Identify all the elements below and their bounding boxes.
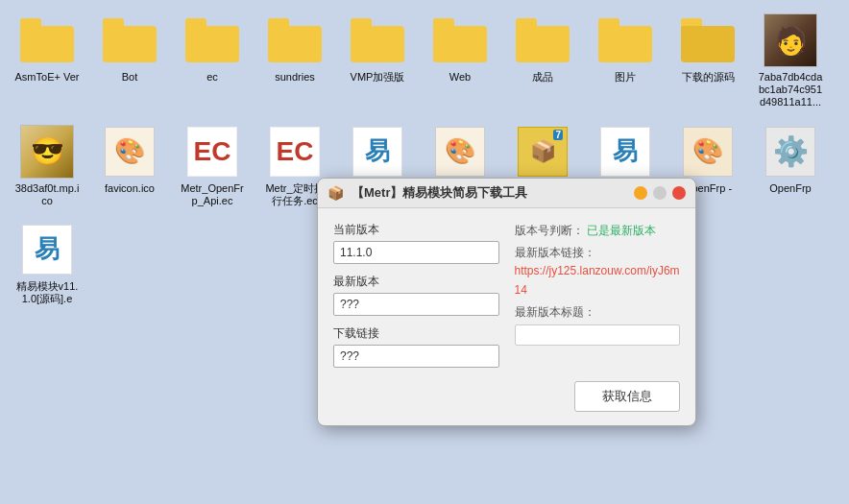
latest-version-label: 最新版本 (333, 274, 499, 290)
download-link-input[interactable] (333, 345, 499, 368)
latest-version-input[interactable] (333, 293, 499, 316)
download-link-group: 下载链接 (333, 325, 499, 368)
modal-footer: 获取信息 (318, 381, 695, 425)
fetch-info-button[interactable]: 获取信息 (574, 381, 680, 412)
download-link-label: 下载链接 (333, 325, 499, 342)
current-version-input[interactable] (333, 241, 499, 264)
version-check-value: 已是最新版本 (587, 224, 656, 237)
current-version-group: 当前版本 (333, 222, 499, 264)
latest-version-group: 最新版本 (333, 274, 499, 316)
modal-overlay: 📦 【Metr】精易模块简易下载工具 当前版本 最新版本 下载链接 (0, 0, 849, 504)
minimize-button[interactable] (634, 186, 647, 200)
close-button[interactable] (672, 186, 686, 200)
latest-title-label: 最新版本标题： (515, 305, 595, 319)
latest-link-value: https://jy125.lanzouw.com/iyJ6m14 (515, 264, 680, 296)
latest-link-line: 最新版本链接： https://jy125.lanzouw.com/iyJ6m1… (515, 244, 681, 300)
maximize-button[interactable] (653, 186, 667, 200)
modal-title: 【Metr】精易模块简易下载工具 (352, 184, 628, 202)
modal-left-panel: 当前版本 最新版本 下载链接 (333, 222, 499, 368)
latest-title-line: 最新版本标题： (515, 303, 681, 346)
modal-title-icon: 📦 (327, 185, 344, 201)
modal-titlebar: 📦 【Metr】精易模块简易下载工具 (318, 179, 695, 208)
version-check-label: 版本号判断： (515, 224, 584, 237)
latest-link-label: 最新版本链接： (515, 246, 595, 259)
modal-dialog: 📦 【Metr】精易模块简易下载工具 当前版本 最新版本 下载链接 (317, 178, 696, 426)
latest-title-value (515, 324, 681, 346)
current-version-label: 当前版本 (333, 222, 499, 238)
modal-right-panel: 版本号判断： 已是最新版本 最新版本链接： https://jy125.lanz… (515, 222, 681, 368)
version-check-line: 版本号判断： 已是最新版本 (515, 222, 681, 240)
modal-body: 当前版本 最新版本 下载链接 版本号判断： 已是最新版本 (318, 208, 695, 381)
